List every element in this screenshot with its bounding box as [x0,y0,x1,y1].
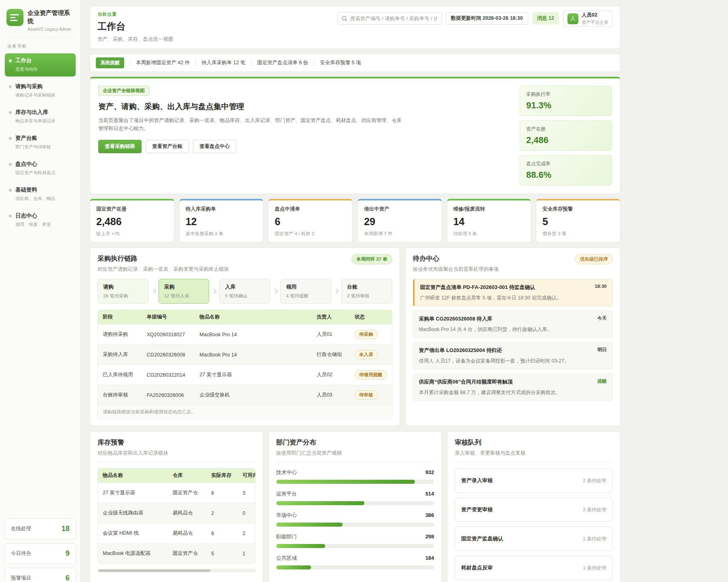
dept-value: 184 [425,555,434,561]
inventory-alert-panel: 库存预警 对应物品库存和出入库记录模块 物品名称 仓库 实际库存 可用库存 [90,431,263,582]
kpi-repair-scrap: 维修/报废流转 14 待处理 5 条 [447,199,531,242]
sidebar-item-procurement[interactable]: 请购与采购 请购记录与采购链路 [5,79,76,102]
kpi-sub: 固定资产 4 / 耗材 2 [275,231,346,237]
kpi-value: 29 [364,216,436,228]
hero-stat-value: 2,486 [526,135,605,146]
table-row[interactable]: 台账待审核 FA20260326006 企业级交换机 人员03 待审核 [98,385,392,405]
cell-item: MacBook Pro 14 [195,325,312,345]
audit-item-asset-entry[interactable]: 资产录入审核 2 条待处理 [455,468,613,493]
progress-fill [276,544,325,548]
todo-item-desc: MacBook Pro 14 共 4 台，供应商已到货，待行政确认入库。 [419,326,607,333]
inventory-table-scroll-area[interactable]: 物品名称 仓库 实际库存 可用库存 27 英寸显示器 固定资产仓 8 [97,468,256,564]
dept-bar-marketing: 市场中心386 [276,512,434,527]
todo-item-supplier-quota[interactable]: 供应商“供应商06”合同月结额度即将触顶 提醒 本月累计采购金额 68.7 万，… [413,373,613,401]
progress-track [276,480,434,484]
table-row[interactable]: 请购待采购 XQ20260318027 MacBook Pro 14 人员01 … [98,325,392,345]
table-row[interactable]: 会议室 HDMI 线 易耗品仓 6 2 [98,523,256,544]
alert-item: 本周新增固定资产 42 件 [130,59,190,66]
procurement-subtitle: 对应资产请购记录、采购一览表、采购变更与采购终止模块 [97,266,229,273]
dept-name: 技术中心 [276,469,297,476]
kpi-safety-stock-alert: 安全库存预警 5 需补货 3 项 [536,199,620,242]
procurement-chain-panel: 采购执行链路 对应资产请购记录、采购一览表、采购变更与采购终止模块 本周闭环 3… [90,247,400,426]
inventory-table: 物品名称 仓库 实际库存 可用库存 27 英寸显示器 固定资产仓 8 [98,468,256,563]
horizontal-scrollbar[interactable] [97,569,256,572]
cell-warehouse: 固定资产仓 [168,544,206,564]
step-inbound[interactable]: 入库 5 笔待确认 [219,279,270,304]
cell-item: 企业级交换机 [195,385,312,405]
col-item-name: 物品名称 [98,468,168,483]
dept-value: 514 [425,491,434,497]
app-subtitle: AssetV2 Legacy Admin [28,27,74,32]
progress-track [276,523,434,527]
todo-item-loan-return[interactable]: 资产借出单 LO20260325004 待归还 明日 借用人 人员17，设备为会… [413,342,613,369]
kpi-sub: 其中直接采购 3 单 [186,231,257,237]
app-title: 企业资产管理系统 [28,9,74,25]
todo-item-stocktake-confirm[interactable]: 固定资产盘点清单 PD-FA-202603-001 待监盘确认 18:30 广州… [413,279,613,306]
cell-warehouse: 易耗品仓 [168,523,206,544]
todo-item-title: 资产借出单 LO20260325004 待归还 [419,347,502,354]
table-row[interactable]: 已入库待领用 CG20260322014 27 英寸显示器 人员02 待领用提醒 [98,365,392,385]
page-subtitle: 资产、采购、库存、盘点统一视图 [97,36,174,43]
audit-item-consumable-review[interactable]: 耗材盘点反审 1 条待处理 [455,556,613,580]
step-label: 台账 [347,283,387,291]
cell-doc-no: CG20260322014 [142,365,195,385]
sidebar-item-inventory[interactable]: 库存与出入库 物品库存与单据记录 [5,105,76,128]
step-sub: 12 笔待入库 [164,293,204,299]
messages-badge[interactable]: 消息 12 [532,12,559,25]
user-name: 人员02 [582,12,608,19]
audit-item-count: 3 条待处理 [583,506,606,513]
table-row[interactable]: MacBook 电源适配器 固定资产仓 5 1 [98,544,256,564]
nav-dot-icon [9,137,12,140]
step-sub: 2 笔待审核 [347,293,387,299]
sidebar-stat-today: 今日待办 9 [5,543,76,564]
sidebar-item-workbench[interactable]: 工作台 总览与待办 [5,53,76,76]
view-asset-ledger-button[interactable]: 查看资产台账 [146,140,189,153]
nav-item-desc: 固定资产与耗材盘点 [15,170,72,176]
dept-value: 298 [425,534,434,540]
nav-dot-icon [9,111,12,114]
procurement-steps: 请购 28 笔待采购 采购 12 笔待入库 入库 5 笔待确认 [97,279,392,304]
hero-stat-label: 资产在册 [526,126,605,133]
step-request[interactable]: 请购 28 笔待采购 [97,279,148,304]
cell-status: 待审核 [350,385,392,405]
cell-item: 27 英寸显示器 [98,483,168,503]
sidebar-item-log-center[interactable]: 日志中心 借用、报废、变更 [5,209,76,232]
cell-actual: 5 [206,544,237,564]
stat-label: 预警项目 [11,575,31,582]
todo-item-po-inbound[interactable]: 采购单 CG20260326008 待入库 今天 MacBook Pro 14 … [413,310,613,338]
user-menu[interactable]: 人 人员02 资产平台主管 [563,11,613,27]
col-owner: 负责人 [312,310,350,325]
nav-item-desc: 请购记录与采购链路 [15,92,72,98]
step-issue[interactable]: 领用 4 笔待提醒 [280,279,331,304]
app-root: 企业资产管理系统 AssetV2 Legacy Admin 业务导航 工作台 总… [0,0,728,582]
kpi-label: 安全库存预警 [542,206,614,213]
search-input[interactable] [350,16,437,21]
view-procurement-chain-button[interactable]: 查看采购链路 [98,140,142,153]
hero-desc: 当前页面聚合了项目中的资产请购记录、采购一览表、物品库存、出入库记录、部门资产、… [98,116,406,133]
global-search[interactable] [337,12,442,25]
cell-owner: 人员02 [312,365,350,385]
table-row[interactable]: 企业级无线路由器 易耗品仓 2 0 [98,503,256,523]
dept-bar-functional: 职能部门298 [276,534,434,548]
step-sub: 4 笔待提醒 [286,293,326,299]
sidebar-item-master-data[interactable]: 基础资料 供应商、仓库、物品 [5,183,76,206]
table-row[interactable]: 27 英寸显示器 固定资产仓 8 3 [98,483,256,503]
dept-value: 386 [425,512,434,518]
sidebar-item-stocktake[interactable]: 盘点中心 固定资产与耗材盘点 [5,157,76,180]
step-purchase[interactable]: 采购 12 笔待入库 [159,279,210,304]
nav-item-label: 库存与出入库 [15,109,48,116]
scrollbar-thumb[interactable] [98,569,210,572]
step-ledger[interactable]: 台账 2 笔待审核 [341,279,392,304]
audit-title: 审核队列 [455,438,613,447]
view-stocktake-center-button[interactable]: 查看盘点中心 [193,140,236,153]
cell-owner: 人员01 [312,325,350,345]
hero-panel: 企业资产全链路视图 资产、请购、采购、出入库与盘点集中管理 当前页面聚合了项目中… [90,77,620,194]
table-row[interactable]: 采购待入库 CG20260326008 MacBook Pro 14 行政仓储组… [98,345,392,365]
sidebar-item-asset-ledger[interactable]: 资产台账 部门资产与待审核 [5,131,76,154]
audit-item-stocktake-confirm[interactable]: 固定资产监盘确认 1 条待处理 [455,527,613,551]
cell-doc-no: CG20260326008 [142,345,195,365]
col-actual-stock: 实际库存 [206,468,237,483]
audit-item-asset-change[interactable]: 资产变更审核 3 条待处理 [455,498,613,522]
weekly-closed-badge: 本周闭环 37 单 [351,254,392,264]
progress-fill [276,565,311,569]
